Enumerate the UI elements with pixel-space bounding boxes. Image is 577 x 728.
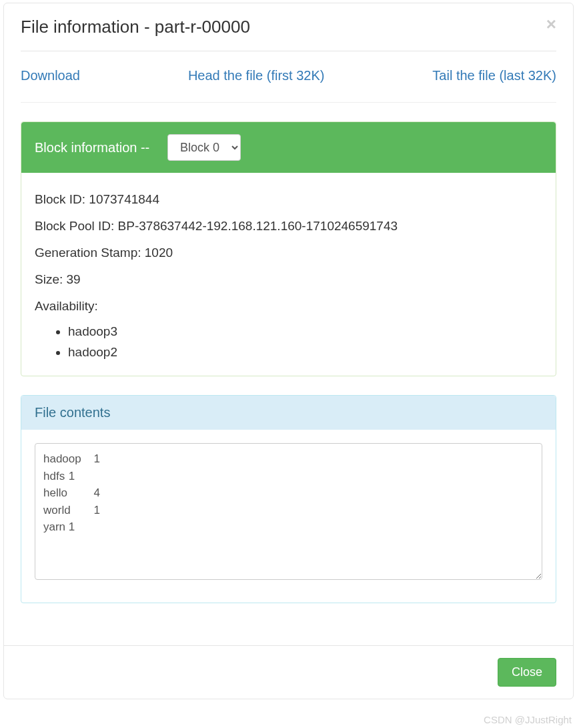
block-select[interactable]: Block 0 [167,134,241,161]
file-contents-textarea[interactable] [35,443,542,580]
block-pool-id-label: Block Pool ID: [35,219,118,233]
block-id-value: 1073741844 [89,192,159,206]
file-information-modal: File information - part-r-00000 × Downlo… [3,3,574,699]
download-link[interactable]: Download [21,68,80,83]
availability-item: hadoop3 [68,322,542,342]
modal-footer: Close [4,645,573,699]
size-row: Size: 39 [35,266,542,293]
action-links-row: Download Head the file (first 32K) Tail … [21,68,556,103]
block-information-label: Block information -- [35,140,161,155]
tail-file-link[interactable]: Tail the file (last 32K) [432,68,556,83]
availability-label: Availability: [35,293,542,320]
modal-body: Download Head the file (first 32K) Tail … [4,51,573,639]
generation-stamp-row: Generation Stamp: 1020 [35,240,542,266]
block-id-row: Block ID: 1073741844 [35,186,542,213]
modal-title: File information - part-r-00000 [21,17,556,37]
size-value: 39 [67,272,81,286]
close-button[interactable]: Close [498,658,556,687]
block-information-body: Block ID: 1073741844 Block Pool ID: BP-3… [21,173,556,376]
generation-stamp-value: 1020 [145,246,173,260]
head-file-link[interactable]: Head the file (first 32K) [188,68,325,83]
close-icon[interactable]: × [546,15,556,33]
block-id-label: Block ID: [35,192,89,206]
block-pool-id-row: Block Pool ID: BP-378637442-192.168.121.… [35,213,542,240]
availability-list: hadoop3 hadoop2 [35,322,542,362]
block-pool-id-value: BP-378637442-192.168.121.160-17102465917… [118,219,398,233]
block-information-heading: Block information -- Block 0 [21,122,556,173]
modal-header: File information - part-r-00000 × [21,3,556,51]
generation-stamp-label: Generation Stamp: [35,246,145,260]
block-information-panel: Block information -- Block 0 Block ID: 1… [21,121,556,376]
file-contents-heading: File contents [21,396,556,430]
size-label: Size: [35,272,67,286]
availability-item: hadoop2 [68,342,542,362]
file-contents-body [21,430,556,603]
file-contents-panel: File contents [21,395,556,603]
